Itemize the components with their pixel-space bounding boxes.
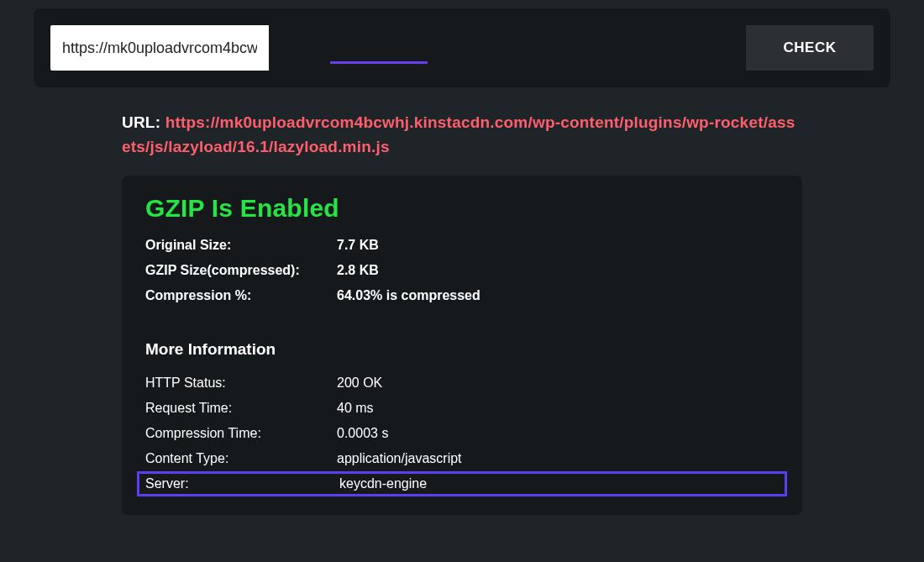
url-link[interactable]: https://mk0uploadvrcom4bcwhj.kinstacdn.c… [122,113,795,155]
gzip-heading: GZIP Is Enabled [145,194,779,223]
info-row-status: HTTP Status: 200 OK [145,370,779,396]
url-input-wrap [50,25,746,71]
metric-value: 2.8 KB [337,263,379,278]
info-row-content-type: Content Type: application/javascript [145,446,779,471]
info-row-request-time: Request Time: 40 ms [145,396,779,421]
more-info-heading: More Information [145,340,779,359]
info-label: Request Time: [145,401,337,416]
url-row: URL: https://mk0uploadvrcom4bcwhj.kinsta… [122,111,802,159]
info-value: 200 OK [337,376,382,391]
metric-row-gzip: GZIP Size(compressed): 2.8 KB [145,258,779,283]
metric-value: 64.03% is compressed [337,288,480,303]
metric-value: 7.7 KB [337,238,379,253]
result-section: URL: https://mk0uploadvrcom4bcwhj.kinsta… [122,111,802,515]
info-value: application/javascript [337,451,462,466]
info-row-server-highlighted: Server: keycdn-engine [137,471,787,496]
info-label: Content Type: [145,451,337,466]
metric-label: Compression %: [145,288,337,303]
metric-row-original: Original Size: 7.7 KB [145,233,779,258]
info-label: Compression Time: [145,426,337,441]
info-label: Server: [145,476,339,491]
metric-row-compression: Compression %: 64.03% is compressed [145,283,779,308]
info-label: HTTP Status: [145,376,337,391]
metric-label: GZIP Size(compressed): [145,263,337,278]
metric-label: Original Size: [145,238,337,253]
info-section: HTTP Status: 200 OK Request Time: 40 ms … [145,370,779,496]
info-value: 40 ms [337,401,374,416]
info-row-compress-time: Compression Time: 0.0003 s [145,421,779,446]
metrics-section: Original Size: 7.7 KB GZIP Size(compress… [145,233,779,308]
search-bar: CHECK [34,8,890,87]
info-value: 0.0003 s [337,426,388,441]
result-card: GZIP Is Enabled Original Size: 7.7 KB GZ… [122,176,802,515]
url-input[interactable] [50,25,269,71]
url-label: URL: [122,113,160,131]
check-button[interactable]: CHECK [746,25,874,71]
highlight-underline [330,61,428,64]
info-value: keycdn-engine [339,476,427,491]
